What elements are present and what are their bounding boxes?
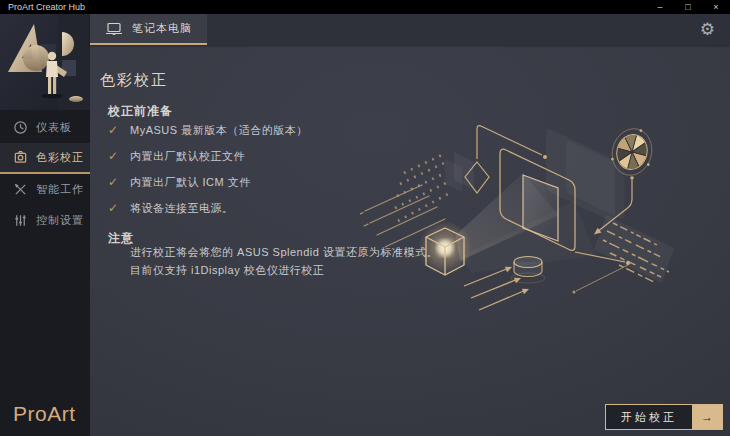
tab-label: 笔记本电脑 xyxy=(132,21,192,36)
arrow-right-icon: → xyxy=(692,405,722,429)
laptop-icon xyxy=(105,22,123,36)
sidebar-menu: 仪表板 色彩校正 智能工作 控制设置 xyxy=(0,112,90,236)
window-title: ProArt Creator Hub xyxy=(8,0,85,14)
start-calibration-button[interactable]: 开始校正 → xyxy=(605,404,723,430)
window-controls: – □ × xyxy=(646,0,730,14)
checklist-item-label: 将设备连接至电源。 xyxy=(130,201,234,216)
check-icon: ✓ xyxy=(108,175,130,189)
check-icon: ✓ xyxy=(108,149,130,163)
title-bar: ProArt Creator Hub – □ × xyxy=(0,0,730,14)
sidebar-item-label: 智能工作 xyxy=(36,182,84,197)
maximize-button[interactable]: □ xyxy=(674,0,702,14)
check-icon: ✓ xyxy=(108,201,130,215)
sidebar-item-label: 色彩校正 xyxy=(36,150,84,165)
main-panel: 笔记本电脑 ⚙ 色彩校正 校正前准备 ✓ MyASUS 最新版本（适合的版本） … xyxy=(90,14,730,436)
control-settings-icon xyxy=(13,213,28,228)
gear-icon[interactable]: ⚙ xyxy=(700,20,715,40)
tab-strip: 笔记本电脑 xyxy=(90,14,730,45)
sidebar-item-smart-work[interactable]: 智能工作 xyxy=(0,174,90,205)
sidebar-item-control-settings[interactable]: 控制设置 xyxy=(0,205,90,236)
sidebar-item-color-calibration[interactable]: 色彩校正 xyxy=(0,143,90,174)
tab-laptop[interactable]: 笔记本电脑 xyxy=(90,14,207,45)
color-calibration-icon xyxy=(13,150,28,165)
check-icon: ✓ xyxy=(108,123,130,137)
proart-logo: ProArt xyxy=(13,402,76,426)
checklist-item-label: 内置出厂默认 ICM 文件 xyxy=(130,175,251,190)
sidebar-item-label: 控制设置 xyxy=(36,213,84,228)
dashboard-icon xyxy=(13,120,28,135)
sidebar-artwork xyxy=(0,14,90,110)
close-button[interactable]: × xyxy=(702,0,730,14)
start-calibration-label: 开始校正 xyxy=(606,405,692,429)
sidebar-item-label: 仪表板 xyxy=(36,120,72,135)
smart-work-icon xyxy=(13,182,28,197)
app-window: ProArt Creator Hub – □ × xyxy=(0,0,730,436)
calibration-illustration xyxy=(360,95,730,330)
minimize-button[interactable]: – xyxy=(646,0,674,14)
sidebar: 仪表板 色彩校正 智能工作 控制设置 xyxy=(0,14,91,436)
page-title: 色彩校正 xyxy=(100,71,168,90)
checklist-item-label: MyASUS 最新版本（适合的版本） xyxy=(130,123,308,138)
sidebar-item-dashboard[interactable]: 仪表板 xyxy=(0,112,90,143)
checklist-item-label: 内置出厂默认校正文件 xyxy=(130,149,245,164)
